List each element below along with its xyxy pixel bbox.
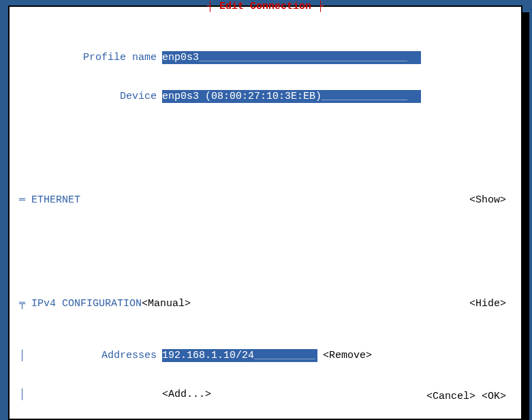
ethernet-header: ETHERNET — [31, 194, 80, 207]
device-input[interactable]: enp0s3 (08:00:27:10:3E:EB)______________ — [162, 90, 421, 103]
address-add-button[interactable]: <Add...> — [162, 388, 211, 401]
ok-button[interactable]: <OK> — [482, 391, 506, 402]
device-label: Device — [19, 90, 162, 103]
ethernet-toggle-icon[interactable]: ═ — [19, 194, 26, 207]
ipv4-toggle-icon[interactable]: ╤ — [19, 297, 26, 310]
ethernet-show-button[interactable]: <Show> — [469, 194, 506, 207]
profile-name-label: Profile name — [19, 51, 162, 64]
address-remove-button[interactable]: <Remove> — [323, 349, 372, 362]
ipv4-hide-button[interactable]: <Hide> — [469, 297, 506, 310]
ipv4-header: IPv4 CONFIGURATION — [31, 297, 142, 310]
address-input[interactable]: 192.168.1.10/24__________ — [162, 349, 317, 362]
ipv4-mode-select[interactable]: <Manual> — [142, 297, 191, 310]
window-title: ┤ Edit Connection ├ — [10, 0, 521, 13]
addresses-label: Addresses — [26, 349, 162, 362]
edit-connection-window: ┤ Edit Connection ├ Profile name enp0s3_… — [8, 5, 522, 420]
cancel-button[interactable]: <Cancel> — [426, 391, 475, 402]
profile-name-input[interactable]: enp0s3__________________________________ — [162, 51, 421, 64]
